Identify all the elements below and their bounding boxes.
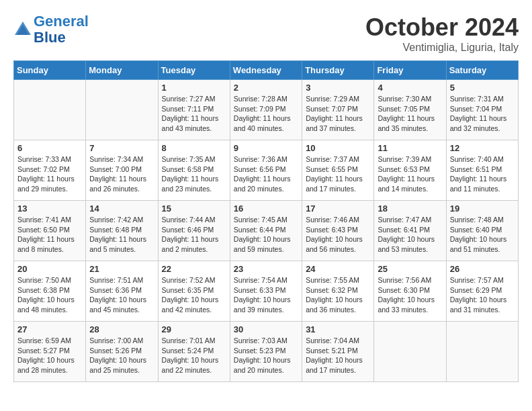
calendar-cell: 19Sunrise: 7:48 AMSunset: 6:40 PMDayligh… [446, 201, 518, 261]
day-number: 7 [89, 143, 154, 153]
calendar-week-row: 27Sunrise: 6:59 AMSunset: 5:27 PMDayligh… [14, 322, 519, 382]
cell-sun-info: Sunrise: 7:31 AMSunset: 7:04 PMDaylight:… [450, 94, 515, 134]
cell-sun-info: Sunrise: 7:34 AMSunset: 7:00 PMDaylight:… [89, 154, 154, 194]
day-number: 9 [234, 143, 298, 153]
cell-sun-info: Sunrise: 7:00 AMSunset: 5:26 PMDaylight:… [89, 336, 154, 375]
day-number: 5 [450, 83, 515, 93]
cell-sun-info: Sunrise: 7:33 AMSunset: 7:02 PMDaylight:… [17, 154, 82, 194]
day-number: 22 [162, 264, 226, 274]
calendar-cell: 31Sunrise: 7:04 AMSunset: 5:21 PMDayligh… [302, 322, 374, 382]
weekday-header-sunday: Sunday [14, 61, 86, 80]
cell-sun-info: Sunrise: 7:47 AMSunset: 6:41 PMDaylight:… [378, 215, 442, 255]
day-number: 29 [162, 324, 226, 334]
day-number: 21 [89, 264, 154, 274]
calendar-cell [374, 322, 446, 382]
calendar-cell: 21Sunrise: 7:51 AMSunset: 6:36 PMDayligh… [86, 261, 158, 322]
day-number: 15 [162, 203, 226, 214]
calendar-cell: 12Sunrise: 7:40 AMSunset: 6:51 PMDayligh… [446, 140, 518, 201]
day-number: 1 [162, 83, 226, 93]
calendar-cell: 20Sunrise: 7:50 AMSunset: 6:38 PMDayligh… [14, 261, 86, 322]
calendar-cell: 27Sunrise: 6:59 AMSunset: 5:27 PMDayligh… [14, 322, 86, 382]
day-number: 3 [306, 83, 370, 93]
calendar-cell: 1Sunrise: 7:27 AMSunset: 7:11 PMDaylight… [158, 80, 230, 140]
weekday-header-thursday: Thursday [302, 61, 374, 80]
calendar-cell: 4Sunrise: 7:30 AMSunset: 7:05 PMDaylight… [374, 80, 446, 140]
calendar-cell: 9Sunrise: 7:36 AMSunset: 6:56 PMDaylight… [230, 140, 302, 201]
calendar-cell: 15Sunrise: 7:44 AMSunset: 6:46 PMDayligh… [158, 201, 230, 261]
day-number: 19 [450, 203, 515, 214]
day-number: 26 [450, 264, 515, 274]
calendar-cell: 3Sunrise: 7:29 AMSunset: 7:07 PMDaylight… [302, 80, 374, 140]
calendar-cell: 29Sunrise: 7:01 AMSunset: 5:24 PMDayligh… [158, 322, 230, 382]
cell-sun-info: Sunrise: 7:55 AMSunset: 6:32 PMDaylight:… [306, 275, 370, 315]
day-number: 17 [306, 203, 370, 214]
calendar-table: SundayMondayTuesdayWednesdayThursdayFrid… [13, 60, 519, 382]
calendar-week-row: 20Sunrise: 7:50 AMSunset: 6:38 PMDayligh… [14, 261, 519, 322]
cell-sun-info: Sunrise: 7:29 AMSunset: 7:07 PMDaylight:… [306, 94, 370, 134]
cell-sun-info: Sunrise: 6:59 AMSunset: 5:27 PMDaylight:… [17, 336, 82, 375]
logo-line1: General [34, 13, 89, 30]
day-number: 23 [234, 264, 298, 274]
calendar-cell: 2Sunrise: 7:28 AMSunset: 7:09 PMDaylight… [230, 80, 302, 140]
calendar-week-row: 6Sunrise: 7:33 AMSunset: 7:02 PMDaylight… [14, 140, 519, 201]
cell-sun-info: Sunrise: 7:39 AMSunset: 6:53 PMDaylight:… [378, 154, 442, 194]
calendar-cell: 10Sunrise: 7:37 AMSunset: 6:55 PMDayligh… [302, 140, 374, 201]
day-number: 27 [17, 324, 82, 334]
day-number: 6 [17, 143, 82, 153]
calendar-cell: 17Sunrise: 7:46 AMSunset: 6:43 PMDayligh… [302, 201, 374, 261]
calendar-cell: 6Sunrise: 7:33 AMSunset: 7:02 PMDaylight… [14, 140, 86, 201]
calendar-cell: 26Sunrise: 7:57 AMSunset: 6:29 PMDayligh… [446, 261, 518, 322]
day-number: 24 [306, 264, 370, 274]
cell-sun-info: Sunrise: 7:40 AMSunset: 6:51 PMDaylight:… [450, 154, 515, 194]
cell-sun-info: Sunrise: 7:37 AMSunset: 6:55 PMDaylight:… [306, 154, 370, 194]
day-number: 4 [378, 83, 442, 93]
calendar-week-row: 1Sunrise: 7:27 AMSunset: 7:11 PMDaylight… [14, 80, 519, 140]
day-number: 13 [17, 203, 82, 214]
cell-sun-info: Sunrise: 7:30 AMSunset: 7:05 PMDaylight:… [378, 94, 442, 134]
calendar-cell: 11Sunrise: 7:39 AMSunset: 6:53 PMDayligh… [374, 140, 446, 201]
day-number: 28 [89, 324, 154, 334]
calendar-cell: 25Sunrise: 7:56 AMSunset: 6:30 PMDayligh… [374, 261, 446, 322]
day-number: 16 [234, 203, 298, 214]
day-number: 25 [378, 264, 442, 274]
location: Ventimiglia, Liguria, Italy [365, 42, 519, 54]
cell-sun-info: Sunrise: 7:28 AMSunset: 7:09 PMDaylight:… [234, 94, 298, 134]
cell-sun-info: Sunrise: 7:51 AMSunset: 6:36 PMDaylight:… [89, 275, 154, 315]
calendar-cell [14, 80, 86, 140]
calendar-cell: 8Sunrise: 7:35 AMSunset: 6:58 PMDaylight… [158, 140, 230, 201]
weekday-header-friday: Friday [374, 61, 446, 80]
cell-sun-info: Sunrise: 7:36 AMSunset: 6:56 PMDaylight:… [234, 154, 298, 194]
logo-line2: Blue [34, 29, 66, 46]
cell-sun-info: Sunrise: 7:04 AMSunset: 5:21 PMDaylight:… [306, 336, 370, 375]
calendar-cell: 28Sunrise: 7:00 AMSunset: 5:26 PMDayligh… [86, 322, 158, 382]
cell-sun-info: Sunrise: 7:48 AMSunset: 6:40 PMDaylight:… [450, 215, 515, 255]
calendar-cell: 23Sunrise: 7:54 AMSunset: 6:33 PMDayligh… [230, 261, 302, 322]
cell-sun-info: Sunrise: 7:57 AMSunset: 6:29 PMDaylight:… [450, 275, 515, 315]
calendar-cell [446, 322, 518, 382]
cell-sun-info: Sunrise: 7:52 AMSunset: 6:35 PMDaylight:… [162, 275, 226, 315]
weekday-header-tuesday: Tuesday [158, 61, 230, 80]
cell-sun-info: Sunrise: 7:56 AMSunset: 6:30 PMDaylight:… [378, 275, 442, 315]
cell-sun-info: Sunrise: 7:01 AMSunset: 5:24 PMDaylight:… [162, 336, 226, 375]
day-number: 30 [234, 324, 298, 334]
day-number: 8 [162, 143, 226, 153]
calendar-week-row: 13Sunrise: 7:41 AMSunset: 6:50 PMDayligh… [14, 201, 519, 261]
calendar-cell [86, 80, 158, 140]
calendar-cell: 22Sunrise: 7:52 AMSunset: 6:35 PMDayligh… [158, 261, 230, 322]
day-number: 10 [306, 143, 370, 153]
calendar-cell: 14Sunrise: 7:42 AMSunset: 6:48 PMDayligh… [86, 201, 158, 261]
cell-sun-info: Sunrise: 7:44 AMSunset: 6:46 PMDaylight:… [162, 215, 226, 255]
day-number: 18 [378, 203, 442, 214]
cell-sun-info: Sunrise: 7:54 AMSunset: 6:33 PMDaylight:… [234, 275, 298, 315]
weekday-header-row: SundayMondayTuesdayWednesdayThursdayFrid… [14, 61, 519, 80]
cell-sun-info: Sunrise: 7:27 AMSunset: 7:11 PMDaylight:… [162, 94, 226, 134]
day-number: 20 [17, 264, 82, 274]
day-number: 14 [89, 203, 154, 214]
cell-sun-info: Sunrise: 7:45 AMSunset: 6:44 PMDaylight:… [234, 215, 298, 255]
day-number: 12 [450, 143, 515, 153]
calendar-cell: 13Sunrise: 7:41 AMSunset: 6:50 PMDayligh… [14, 201, 86, 261]
title-block: October 2024 Ventimiglia, Liguria, Italy [365, 13, 519, 54]
calendar-cell: 5Sunrise: 7:31 AMSunset: 7:04 PMDaylight… [446, 80, 518, 140]
calendar-cell: 7Sunrise: 7:34 AMSunset: 7:00 PMDaylight… [86, 140, 158, 201]
day-number: 2 [234, 83, 298, 93]
